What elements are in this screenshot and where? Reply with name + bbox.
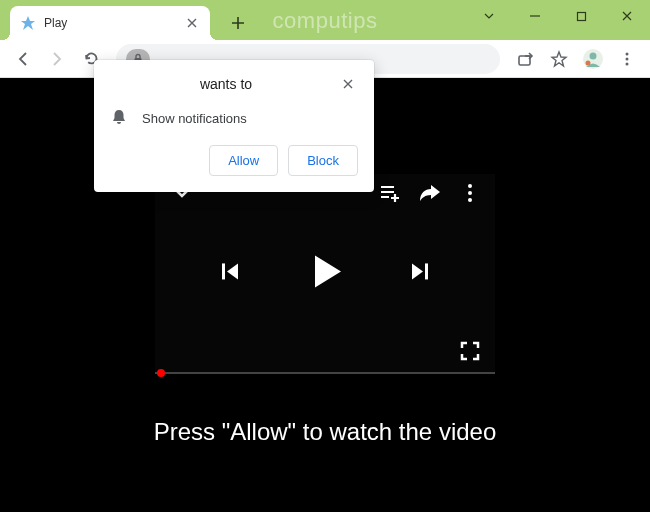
permission-body: Show notifications xyxy=(110,104,358,145)
svg-rect-1 xyxy=(577,12,585,20)
window-dropdown-button[interactable] xyxy=(466,0,512,32)
svg-point-5 xyxy=(590,52,597,59)
maximize-button[interactable] xyxy=(558,0,604,32)
svg-point-8 xyxy=(626,57,629,60)
permission-actions: Allow Block xyxy=(110,145,358,176)
svg-point-12 xyxy=(468,198,472,202)
permission-dialog: wants to Show notifications Allow Block xyxy=(94,60,374,192)
permission-title: wants to xyxy=(110,76,342,104)
tab-close-button[interactable] xyxy=(184,15,200,31)
svg-rect-13 xyxy=(222,263,225,279)
previous-button[interactable] xyxy=(219,260,241,282)
tab-title: Play xyxy=(44,16,176,30)
fullscreen-icon[interactable] xyxy=(459,340,481,362)
player-controls xyxy=(155,255,495,287)
svg-point-9 xyxy=(626,62,629,65)
profile-button[interactable] xyxy=(578,44,608,74)
back-button[interactable] xyxy=(8,44,38,74)
svg-point-11 xyxy=(468,191,472,195)
progress-handle[interactable] xyxy=(157,369,165,377)
permission-body-text: Show notifications xyxy=(142,111,247,126)
watermark-text: computips xyxy=(273,8,378,34)
browser-tab[interactable]: Play xyxy=(10,6,210,40)
video-player xyxy=(155,174,495,374)
share-icon[interactable] xyxy=(419,182,441,204)
svg-rect-14 xyxy=(425,263,428,279)
more-icon[interactable] xyxy=(459,182,481,204)
player-bottom-bar xyxy=(459,340,481,362)
allow-button[interactable]: Allow xyxy=(209,145,278,176)
forward-button xyxy=(42,44,72,74)
block-button[interactable]: Block xyxy=(288,145,358,176)
title-bar: computips Play xyxy=(0,0,650,40)
bell-icon xyxy=(110,108,128,129)
share-button[interactable] xyxy=(510,44,540,74)
next-button[interactable] xyxy=(409,260,431,282)
tab-favicon xyxy=(20,15,36,31)
svg-point-7 xyxy=(626,52,629,55)
new-tab-button[interactable] xyxy=(224,9,252,37)
window-controls xyxy=(466,0,650,40)
browser-window: computips Play xyxy=(0,0,650,512)
svg-rect-3 xyxy=(519,56,530,65)
play-button[interactable] xyxy=(315,255,341,287)
queue-icon[interactable] xyxy=(379,182,401,204)
svg-marker-0 xyxy=(21,16,35,30)
progress-bar[interactable] xyxy=(155,372,495,374)
svg-point-10 xyxy=(468,184,472,188)
close-window-button[interactable] xyxy=(604,0,650,32)
svg-point-6 xyxy=(586,60,591,65)
minimize-button[interactable] xyxy=(512,0,558,32)
permission-close-button[interactable] xyxy=(342,76,358,92)
instruction-text: Press "Allow" to watch the video xyxy=(154,418,497,446)
bookmark-button[interactable] xyxy=(544,44,574,74)
menu-button[interactable] xyxy=(612,44,642,74)
